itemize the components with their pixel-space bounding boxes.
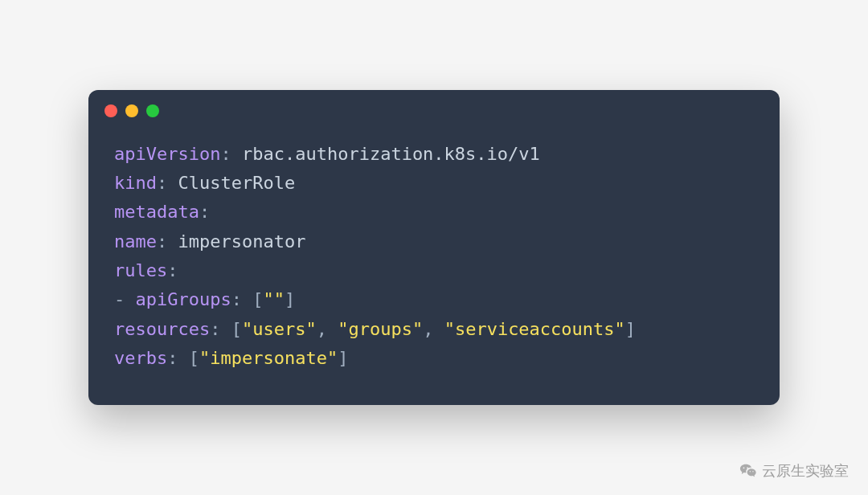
- code-token: kind: [114, 173, 157, 193]
- terminal-window: apiVersion: rbac.authorization.k8s.io/v1…: [88, 90, 780, 405]
- watermark-text: 云原生实验室: [762, 461, 849, 481]
- code-token: verbs: [114, 348, 167, 368]
- code-line: verbs: ["impersonate"]: [114, 344, 754, 373]
- code-token: ]: [285, 289, 295, 309]
- code-token: :: [220, 144, 242, 164]
- code-token: ]: [338, 348, 348, 368]
- code-token: metadata: [114, 202, 199, 222]
- code-token: "": [263, 289, 285, 309]
- code-token: apiVersion: [114, 144, 220, 164]
- code-token: :: [157, 231, 178, 252]
- code-block: apiVersion: rbac.authorization.k8s.io/v1…: [88, 124, 780, 405]
- code-line: name: impersonator: [114, 227, 754, 256]
- code-token: ,: [423, 319, 444, 339]
- watermark: 云原生实验室: [739, 461, 849, 481]
- code-token: ]: [625, 319, 636, 339]
- code-token: rbac.authorization.k8s.io/v1: [242, 144, 540, 164]
- code-token: name: [114, 231, 157, 252]
- close-icon[interactable]: [104, 104, 117, 117]
- code-token: resources: [114, 319, 210, 339]
- code-line: metadata:: [114, 198, 754, 227]
- maximize-icon[interactable]: [146, 104, 159, 117]
- code-token: "users": [242, 319, 317, 339]
- code-token: "serviceaccounts": [444, 319, 625, 339]
- window-titlebar: [88, 90, 780, 124]
- wechat-icon: [739, 462, 757, 480]
- code-line: rules:: [114, 256, 754, 285]
- minimize-icon[interactable]: [125, 104, 138, 117]
- code-line: - apiGroups: [""]: [114, 285, 754, 314]
- code-line: kind: ClusterRole: [114, 169, 754, 198]
- code-token: :: [157, 173, 178, 193]
- code-token: :: [167, 260, 178, 280]
- code-token: "groups": [338, 319, 423, 339]
- code-token: -: [114, 289, 136, 309]
- code-token: : [: [167, 348, 199, 368]
- code-token: impersonator: [178, 231, 305, 252]
- code-line: resources: ["users", "groups", "servicea…: [114, 315, 754, 344]
- code-token: "impersonate": [199, 348, 338, 368]
- code-token: ClusterRole: [178, 173, 295, 193]
- code-token: rules: [114, 260, 167, 280]
- code-token: : [: [210, 319, 242, 339]
- code-line: apiVersion: rbac.authorization.k8s.io/v1: [114, 140, 754, 169]
- code-token: : [: [231, 289, 264, 309]
- code-token: ,: [317, 319, 338, 339]
- code-token: :: [199, 202, 210, 222]
- code-token: apiGroups: [136, 289, 231, 309]
